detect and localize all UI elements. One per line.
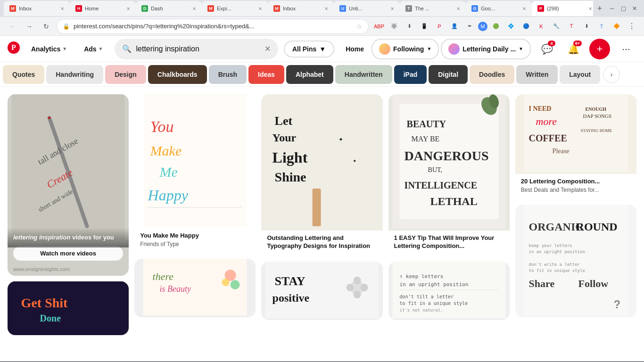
- new-tab-button[interactable]: +: [593, 2, 606, 15]
- following-dropdown[interactable]: Following ▼: [372, 39, 439, 59]
- pin-url: www.ensigninsights.com: [8, 266, 129, 276]
- category-chip-design[interactable]: Design: [105, 65, 146, 84]
- extension-translate[interactable]: T: [595, 20, 608, 33]
- pin-card-getshit[interactable]: Get Shit Done: [8, 281, 129, 335]
- extension-9[interactable]: 🔵: [520, 20, 533, 33]
- tab-close-button[interactable]: ✕: [192, 6, 196, 11]
- lettering-daily-link[interactable]: Lettering Daily ... ▼: [441, 39, 531, 59]
- masonry-col-1: You Make Me Happy You Make Me Happy Frie…: [134, 94, 256, 335]
- analytics-nav[interactable]: Analytics ▼: [25, 41, 73, 57]
- tab-close-button[interactable]: ✕: [60, 6, 64, 11]
- browser-tab-tab-7[interactable]: T The ... ✕: [400, 1, 466, 16]
- extension-8[interactable]: 💠: [504, 20, 518, 33]
- browser-controls-bar: ← → ↻ 🔒 pinterest.com/search/pins/?q=let…: [0, 17, 644, 36]
- category-chip-handwriting[interactable]: Handwriting: [46, 65, 103, 84]
- search-clear-icon[interactable]: ✕: [264, 44, 271, 53]
- browser-tab-tab-1[interactable]: M Inbox ✕: [4, 1, 70, 16]
- extension-13[interactable]: 🔶: [610, 20, 623, 33]
- search-input[interactable]: [136, 45, 260, 53]
- svg-text:there: there: [153, 271, 174, 282]
- browser-tab-tab-8[interactable]: G Goo... ✕: [466, 1, 532, 16]
- all-pins-dropdown[interactable]: All Pins ▼: [284, 41, 334, 58]
- category-chip-quotes[interactable]: Quotes: [3, 65, 44, 84]
- pin-card-beauty[interactable]: BEAUTY MAY BE DANGEROUS BUT, INTELLIGENC…: [388, 94, 510, 256]
- category-chip-brush[interactable]: Brush: [209, 65, 247, 84]
- extension-10[interactable]: K: [535, 20, 548, 33]
- watch-more-videos-button[interactable]: Watch more videos: [13, 246, 123, 261]
- svg-rect-24: [313, 189, 321, 226]
- pin-card-happy[interactable]: You Make Me Happy You Make Me Happy Frie…: [134, 94, 256, 253]
- add-pin-button[interactable]: +: [589, 39, 610, 59]
- pin-card-video[interactable]: tall and close Create short and wide let…: [8, 94, 129, 276]
- ads-nav[interactable]: Ads ▼: [78, 41, 108, 57]
- extension-5[interactable]: ✒: [463, 20, 476, 33]
- chrome-menu[interactable]: ⋮: [625, 20, 638, 33]
- svg-text:Happy: Happy: [148, 187, 189, 204]
- category-chip-alphabet[interactable]: Alphabet: [286, 65, 333, 84]
- maximize-button[interactable]: ▢: [618, 3, 629, 14]
- pin-card-organic[interactable]: ORGANIC ROUND keep your letters in an up…: [515, 205, 636, 317]
- tab-close-button[interactable]: ✕: [126, 6, 130, 11]
- tab-favicon: U: [339, 5, 346, 12]
- category-chip-ipad[interactable]: iPad: [394, 65, 427, 84]
- extension-11[interactable]: 🔧: [550, 20, 563, 33]
- more-options-button[interactable]: ⋯: [616, 39, 636, 59]
- browser-tab-tab-2[interactable]: H Home ✕: [70, 1, 136, 16]
- lock-icon: 🔒: [63, 23, 70, 30]
- category-chip-handwritten[interactable]: Handwritten: [335, 65, 392, 84]
- reload-button[interactable]: ↻: [40, 20, 53, 33]
- bookmark-icon[interactable]: ☆: [356, 23, 363, 30]
- back-button[interactable]: ←: [6, 20, 19, 33]
- tab-close-button[interactable]: ✕: [588, 6, 592, 11]
- browser-tab-tab-3[interactable]: D Dash ✕: [136, 1, 202, 16]
- browser-tab-tab-6[interactable]: U Unti... ✕: [334, 1, 400, 16]
- pin-happy-title: You Make Me Happy: [140, 232, 250, 240]
- extension-12[interactable]: ⬇: [580, 20, 593, 33]
- extension-pinterest[interactable]: P: [433, 20, 446, 33]
- pin-video-bg: tall and close Create short and wide: [8, 94, 129, 240]
- messages-button[interactable]: 💬 4: [537, 39, 557, 59]
- tab-close-button[interactable]: ✕: [390, 6, 394, 11]
- search-icon: 🔍: [122, 44, 132, 53]
- tab-close-button[interactable]: ✕: [522, 6, 526, 11]
- pin-beauty-title: 1 EASY Tip That Will Improve Your Letter…: [394, 234, 504, 250]
- forward-button[interactable]: →: [23, 20, 36, 33]
- extension-4[interactable]: 👤: [448, 20, 461, 33]
- category-chip-layout[interactable]: Layout: [560, 65, 600, 84]
- pin-card-beauty2[interactable]: there is Beauty: [134, 259, 256, 317]
- pin-beauty-bg: BEAUTY MAY BE DANGEROUS BUT, INTELLIGENC…: [388, 94, 510, 229]
- pin-card-positive[interactable]: STAY positive: [261, 262, 382, 320]
- category-chip-ideas[interactable]: Ideas: [248, 65, 284, 84]
- pin-card-sketch[interactable]: ↑ keep letters in an upright position do…: [388, 262, 510, 320]
- category-chip-written[interactable]: Written: [516, 65, 558, 84]
- extension-6[interactable]: M: [478, 22, 487, 31]
- pinterest-logo[interactable]: P: [8, 41, 20, 57]
- extension-turbo[interactable]: T: [565, 20, 578, 33]
- extension-2[interactable]: ⬇: [403, 20, 416, 33]
- search-bar[interactable]: 🔍 ✕: [115, 39, 278, 59]
- extension-7[interactable]: 🟢: [489, 20, 503, 33]
- category-chip-chalkboards[interactable]: Chalkboards: [148, 65, 207, 84]
- category-chip-digital[interactable]: Digital: [429, 65, 468, 84]
- address-bar[interactable]: 🔒 pinterest.com/search/pins/?q=lettering…: [57, 19, 369, 34]
- category-chip-doodles[interactable]: Doodles: [470, 65, 514, 84]
- pin-card-coffee[interactable]: I NEED more COFFEE Please ENOUGH DAP SON…: [515, 94, 636, 199]
- home-link[interactable]: Home: [340, 41, 370, 57]
- tab-close-button[interactable]: ✕: [456, 6, 460, 11]
- svg-text:Your: Your: [272, 132, 297, 144]
- tab-close-button[interactable]: ✕: [324, 6, 328, 11]
- pin-card-light[interactable]: Let Your Light Shine ✦ ✦ Outstanding Let…: [261, 94, 382, 256]
- tab-close-button[interactable]: ✕: [258, 6, 262, 11]
- extension-abp[interactable]: ABP: [372, 20, 386, 33]
- extension-3[interactable]: 📱: [418, 20, 431, 33]
- svg-point-36: [347, 284, 354, 291]
- category-next-button[interactable]: ›: [603, 66, 620, 83]
- browser-tab-tab-9[interactable]: P (298) ✕: [532, 1, 593, 16]
- browser-tab-tab-5[interactable]: M Inbox ✕: [268, 1, 334, 16]
- minimize-button[interactable]: ─: [606, 3, 618, 14]
- notifications-button[interactable]: 🔔 9+: [563, 39, 584, 59]
- extension-1[interactable]: 🐺: [388, 20, 401, 33]
- svg-text:Get Shit: Get Shit: [21, 296, 68, 310]
- browser-tab-tab-4[interactable]: M Expi... ✕: [202, 1, 268, 16]
- close-button[interactable]: ✕: [629, 3, 640, 14]
